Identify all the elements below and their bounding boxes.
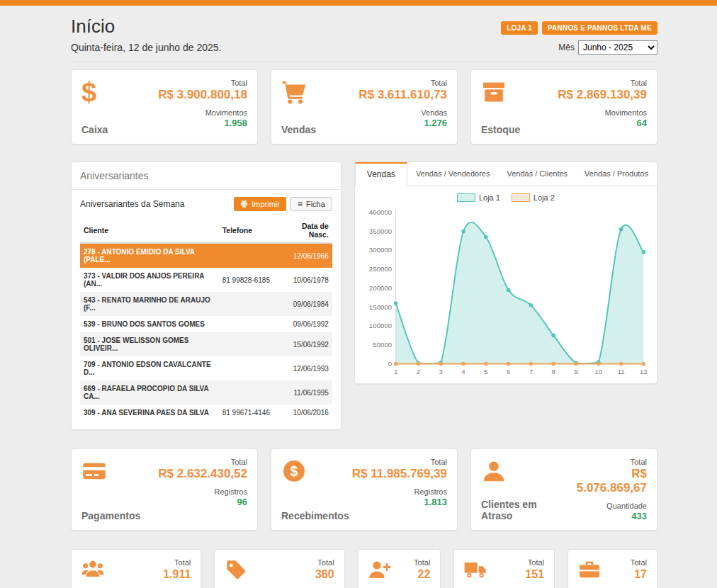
count-label: Vendas xyxy=(358,108,447,117)
nascimento-cell: 15/06/1992 xyxy=(282,332,332,356)
card-title-clientes-atraso: Clientes em Atraso xyxy=(481,499,564,521)
cliente-cell: 543 - RENATO MARINHO DE ARAUJO (F... xyxy=(80,292,219,316)
table-row[interactable]: 669 - RAFAELA PROCOPIO DA SILVA CA... 11… xyxy=(80,380,332,405)
table-row[interactable]: 543 - RENATO MARINHO DE ARAUJO (F... 09/… xyxy=(80,292,332,316)
telefone-cell xyxy=(219,243,282,268)
table-row[interactable]: 539 - BRUNO DOS SANTOS GOMES 09/06/1992 xyxy=(80,316,332,332)
total-label: Total xyxy=(414,558,430,567)
table-row[interactable]: 709 - ANTONIO EDSON CAVALCANTE D... 12/0… xyxy=(80,356,332,380)
table-row[interactable]: 373 - VALDIR DOS ANJOS PEREIRA (AN... 81… xyxy=(80,268,332,292)
sales-tabs: Vendas Vendas / Vendedores Vendas / Clie… xyxy=(355,162,657,186)
total-label: Total xyxy=(358,79,447,87)
svg-text:7: 7 xyxy=(529,368,533,375)
printer-icon xyxy=(240,200,248,208)
count-label: Movimentos xyxy=(558,108,647,117)
cliente-cell: 309 - ANA SEVERINA PAES DA SILVA xyxy=(80,405,219,421)
print-button[interactable]: Imprimir xyxy=(234,197,286,211)
sales-chart-area: Loja 1 Loja 2 05000010000015000020000025… xyxy=(355,186,657,383)
legend-label-loja2: Loja 2 xyxy=(533,193,555,202)
credit-card-icon xyxy=(81,458,108,485)
store-button[interactable]: LOJA 1 xyxy=(501,21,538,35)
tab-vendas[interactable]: Vendas xyxy=(355,162,407,186)
birthdays-table: Cliente Telefone Data de Nasc. 278 - ANT… xyxy=(80,218,332,421)
svg-text:400000: 400000 xyxy=(369,208,393,216)
estoque-card: Estoque Total R$ 2.869.130,39 Movimentos… xyxy=(470,69,657,145)
nascimento-cell: 09/06/1984 xyxy=(282,292,332,316)
archive-icon xyxy=(481,79,508,106)
svg-text:0: 0 xyxy=(388,360,393,368)
table-row[interactable]: 501 - JOSE WELISSON GOMES OLIVEIR... 15/… xyxy=(80,332,332,356)
svg-text:6: 6 xyxy=(507,368,510,375)
svg-text:9: 9 xyxy=(574,368,577,375)
ficha-button-label: Ficha xyxy=(306,200,325,208)
cart-icon xyxy=(281,79,308,106)
count-label: Registros xyxy=(352,487,447,496)
user-plus-icon xyxy=(368,558,408,584)
nascimento-cell: 10/06/2016 xyxy=(282,405,332,421)
dollar-circle-icon: $ xyxy=(281,458,308,485)
count-label: Quantidade xyxy=(564,502,647,510)
total-label: Total xyxy=(564,458,647,466)
svg-text:5: 5 xyxy=(484,368,487,375)
nascimento-cell: 10/06/1978 xyxy=(282,268,332,292)
total-value: R$ 2.869.130,39 xyxy=(558,88,647,102)
tab-vendas-produtos[interactable]: Vendas / Produtos xyxy=(576,162,657,186)
telefone-cell: 81 99828-6185 xyxy=(219,268,282,292)
legend-swatch-loja2 xyxy=(512,193,530,202)
total-label: Total xyxy=(158,79,247,87)
card-title-estoque: Estoque xyxy=(481,124,520,135)
svg-text:$: $ xyxy=(290,463,298,479)
sales-panel: Vendas Vendas / Vendedores Vendas / Clie… xyxy=(354,162,657,384)
col-cliente: Cliente xyxy=(80,218,219,243)
table-row[interactable]: 309 - ANA SEVERINA PAES DA SILVA 81 9967… xyxy=(80,405,332,421)
cliente-cell: 373 - VALDIR DOS ANJOS PEREIRA (AN... xyxy=(80,268,219,292)
svg-text:8: 8 xyxy=(551,368,555,375)
total-label: Total xyxy=(158,458,247,466)
month-label: Mês xyxy=(558,43,575,52)
month-select[interactable]: Junho - 2025 xyxy=(578,40,657,55)
card-title-caixa: Caixa xyxy=(81,124,108,135)
chart-legend: Loja 1 Loja 2 xyxy=(361,193,651,202)
table-row[interactable]: 278 - ANTONIO EMIDIO DA SILVA (PALE... 1… xyxy=(80,243,332,268)
total-value: R$ 3.900.800,18 xyxy=(158,88,247,102)
telefone-cell xyxy=(219,316,282,332)
svg-text:1: 1 xyxy=(394,368,397,375)
legend-swatch-loja1 xyxy=(457,193,475,202)
sales-line-chart: 0500001000001500002000002500003000003500… xyxy=(361,205,651,379)
clientes-atraso-card: Clientes em Atraso Total R$ 5.076.869,67… xyxy=(470,448,657,531)
count-label: Movimentos xyxy=(158,108,247,117)
clientes-card: Clientes Total 1.911 xyxy=(71,549,201,588)
total-value: 17 xyxy=(631,568,647,581)
list-icon: ≡ xyxy=(298,200,303,208)
total-label: Total xyxy=(315,558,334,567)
count-value: 96 xyxy=(158,497,247,507)
current-date: Quinta-feira, 12 de junho de 2025. xyxy=(71,42,222,53)
count-value: 1.276 xyxy=(358,118,447,128)
tab-vendas-vendedores[interactable]: Vendas / Vendedores xyxy=(407,162,499,186)
cliente-cell: 501 - JOSE WELISSON GOMES OLIVEIR... xyxy=(80,332,219,356)
nascimento-cell: 12/06/1966 xyxy=(282,243,332,268)
telefone-cell xyxy=(219,292,282,316)
count-value: 1.958 xyxy=(158,118,247,128)
telefone-cell xyxy=(219,380,282,405)
count-label: Registros xyxy=(158,487,247,496)
birthdays-subtitle: Aniversariantes da Semana xyxy=(80,199,184,209)
svg-text:300000: 300000 xyxy=(369,246,393,254)
briefcase-icon xyxy=(578,558,631,584)
col-nascimento: Data de Nasc. xyxy=(282,218,332,243)
header-divider xyxy=(71,62,657,62)
total-value: R$ 11.985.769,39 xyxy=(352,467,447,481)
total-label: Total xyxy=(631,558,647,567)
page-title: Início xyxy=(71,16,115,38)
print-button-label: Imprimir xyxy=(252,200,280,208)
cliente-cell: 709 - ANTONIO EDSON CAVALCANTE D... xyxy=(80,356,219,380)
total-label: Total xyxy=(525,558,544,567)
cliente-cell: 669 - RAFAELA PROCOPIO DA SILVA CA... xyxy=(80,380,219,405)
telefone-cell xyxy=(219,332,282,356)
ficha-button[interactable]: ≡ Ficha xyxy=(290,197,332,211)
svg-text:11: 11 xyxy=(617,368,624,375)
company-button[interactable]: PANNOS E PANNOS LTDA ME xyxy=(542,21,657,35)
tab-vendas-clientes[interactable]: Vendas / Clientes xyxy=(498,162,576,186)
legend-label-loja1: Loja 1 xyxy=(479,193,500,202)
telefone-cell: 81 99671-4146 xyxy=(219,405,282,421)
